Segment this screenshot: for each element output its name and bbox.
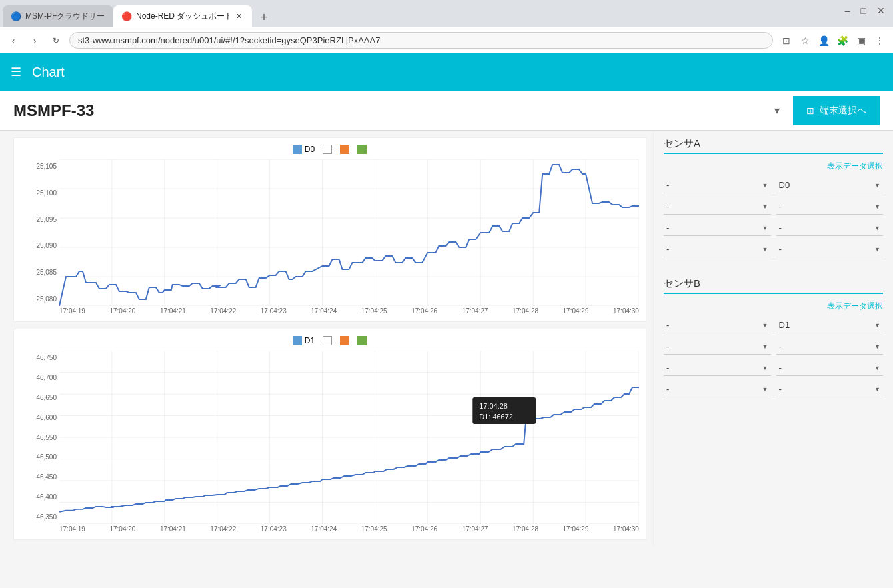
address-actions: ⊡ ☆ 👤 🧩 ▣ ⋮	[778, 33, 888, 49]
sensor-a-row3-left[interactable]: -	[664, 220, 771, 236]
device-select-btn[interactable]: ⊞ 端末選択へ	[793, 96, 880, 125]
sensor-b-row4-left[interactable]: -	[664, 381, 771, 397]
sensor-b-row1-right-select[interactable]: D1 -	[776, 317, 884, 333]
legend-L3	[357, 145, 367, 154]
x-label-5: 17:04:23	[261, 307, 287, 315]
sensor-a-row3-right[interactable]: -	[776, 220, 884, 236]
c2-y-5: 46,550	[21, 434, 57, 441]
c2-y-8: 46,400	[21, 493, 57, 501]
legend-L1	[323, 145, 332, 154]
sensor-b-row4-left-select[interactable]: -	[664, 381, 771, 397]
c2-x-7: 17:04:25	[361, 525, 387, 533]
y-label-2: 25,100	[21, 189, 57, 197]
sensor-a-section: センサA 表示データ選択 - D0 -	[664, 137, 883, 257]
tab-msmpf[interactable]: 🔵 MSM-PFクラウドサービス	[3, 5, 113, 27]
browser-chrome: – □ ✕ 🔵 MSM-PFクラウドサービス 🔴 Node-RED ダッシュボー…	[0, 0, 893, 53]
device-dropdown-icon[interactable]: ▾	[774, 104, 780, 117]
sensor-a-row1-left[interactable]: -	[664, 177, 771, 193]
address-bar: ‹ › ↻ ⊡ ☆ 👤 🧩 ▣ ⋮	[0, 27, 893, 53]
bookmark-icon[interactable]: ☆	[797, 33, 813, 49]
sensor-b-row4-right-select[interactable]: -	[776, 381, 884, 397]
profile-icon[interactable]: 👤	[816, 33, 832, 49]
sensor-a-row3-left-select[interactable]: -	[664, 220, 771, 236]
tab-label-2: Node-RED ダッシュボード	[136, 11, 229, 22]
legend2-L1	[323, 336, 332, 345]
c2-y-7: 46,450	[21, 473, 57, 481]
sensor-b-row-3: - -	[664, 360, 883, 376]
sensor-b-row2-right[interactable]: -	[776, 339, 884, 355]
sensor-a-row3-right-select[interactable]: -	[776, 220, 884, 236]
c2-y-1: 46,750	[21, 354, 57, 361]
address-input[interactable]	[69, 32, 773, 49]
c2-x-10: 17:04:28	[512, 525, 538, 533]
sensor-a-row-3: - -	[664, 220, 883, 236]
sensor-b-row2-right-select[interactable]: -	[776, 339, 884, 355]
c2-x-12: 17:04:30	[613, 525, 639, 533]
sensor-a-row1-left-select[interactable]: -	[664, 177, 771, 193]
sensor-b-row1-left[interactable]: -	[664, 317, 771, 333]
forward-btn[interactable]: ›	[27, 33, 43, 49]
device-btn-icon: ⊞	[806, 105, 814, 116]
new-tab-btn[interactable]: +	[255, 8, 273, 27]
cast-icon[interactable]: ⊡	[778, 33, 794, 49]
chart2-tooltip: 17:04:28 D1: 46672	[472, 397, 536, 424]
legend-box-L3	[357, 145, 367, 154]
legend-label-D0: D0	[305, 145, 315, 154]
sensor-b-row1-right[interactable]: D1 -	[776, 317, 884, 333]
minimize-btn[interactable]: –	[845, 5, 850, 16]
c2-x-6: 17:04:24	[311, 525, 337, 533]
device-btn-label: 端末選択へ	[820, 105, 866, 117]
tab-favicon: 🔵	[11, 11, 21, 21]
y-label-5: 25,085	[21, 269, 57, 276]
refresh-btn[interactable]: ↻	[48, 33, 64, 49]
sensor-a-row4-right[interactable]: -	[776, 241, 884, 257]
tab-nodered[interactable]: 🔴 Node-RED ダッシュボード ✕	[113, 5, 252, 27]
x-label-2: 17:04:20	[109, 307, 135, 315]
sensor-a-row2-left[interactable]: -	[664, 199, 771, 215]
sensor-b-row3-right-select[interactable]: -	[776, 360, 884, 376]
legend2-L3	[357, 336, 367, 345]
x-label-6: 17:04:24	[311, 307, 337, 315]
sensor-b-row3-left[interactable]: -	[664, 360, 771, 376]
chart1-container: D0 25,105 25,100	[13, 137, 646, 322]
sensor-a-row4-left-select[interactable]: -	[664, 241, 771, 257]
x-label-4: 17:04:22	[210, 307, 236, 315]
close-btn[interactable]: ✕	[877, 5, 885, 16]
sensor-a-row4-left[interactable]: -	[664, 241, 771, 257]
sensor-a-row-2: - -	[664, 199, 883, 215]
sensor-b-row2-left-select[interactable]: -	[664, 339, 771, 355]
extension-icon[interactable]: 🧩	[834, 33, 850, 49]
sensor-b-row-2: - -	[664, 339, 883, 355]
sensor-b-row2-left[interactable]: -	[664, 339, 771, 355]
hamburger-icon[interactable]: ☰	[11, 65, 21, 79]
sensor-b-row1-left-select[interactable]: -	[664, 317, 771, 333]
app-header: ☰ Chart	[0, 53, 893, 91]
sensor-a-row2-left-select[interactable]: -	[664, 199, 771, 215]
sensor-b-row3-left-select[interactable]: -	[664, 360, 771, 376]
back-btn[interactable]: ‹	[5, 33, 21, 49]
x-label-9: 17:04:27	[462, 307, 488, 315]
sensor-b-row3-right[interactable]: -	[776, 360, 884, 376]
sensor-a-row1-right-select[interactable]: D0 -	[776, 177, 884, 193]
tab-close-btn[interactable]: ✕	[233, 11, 244, 21]
c2-x-5: 17:04:23	[261, 525, 287, 533]
c2-x-4: 17:04:22	[210, 525, 236, 533]
c2-x-3: 17:04:21	[160, 525, 186, 533]
sensor-a-row4-right-select[interactable]: -	[776, 241, 884, 257]
sensor-a-row-1: - D0 -	[664, 177, 883, 193]
legend-box-L2	[340, 145, 349, 154]
legend2-label-D1: D1	[305, 336, 315, 345]
sensor-a-row1-right[interactable]: D0 -	[776, 177, 884, 193]
sensor-a-row2-right-select[interactable]: -	[776, 199, 884, 215]
sidebar-toggle-icon[interactable]: ▣	[853, 33, 869, 49]
y-label-1: 25,105	[21, 163, 57, 170]
device-title: MSMPF-33	[13, 101, 774, 120]
legend2-box-D1	[293, 336, 302, 345]
tab-favicon-2: 🔴	[121, 11, 132, 21]
sensor-b-row4-right[interactable]: -	[776, 381, 884, 397]
sensor-a-data-select: 表示データ選択	[664, 161, 883, 172]
maximize-btn[interactable]: □	[861, 5, 866, 16]
sensor-a-row2-right[interactable]: -	[776, 199, 884, 215]
menu-dots-icon[interactable]: ⋮	[872, 33, 888, 49]
window-controls: – □ ✕	[845, 5, 885, 16]
